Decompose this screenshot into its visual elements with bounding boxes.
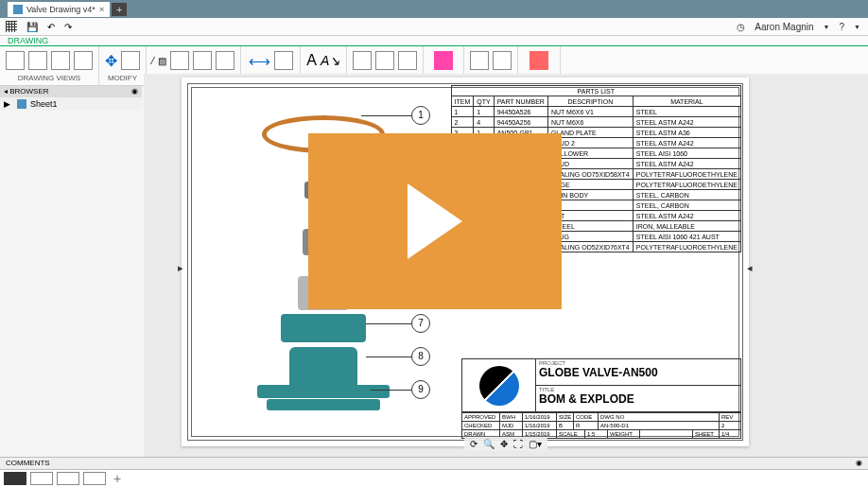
redo-icon[interactable]: ↷ [64, 22, 72, 32]
help-caret[interactable]: ▼ [854, 24, 860, 30]
image-icon[interactable] [434, 51, 453, 70]
group-label: DRAWING VIEWS [18, 74, 80, 82]
sheet-tab-2[interactable] [30, 472, 53, 485]
dimension-icon[interactable]: ⟷ [249, 52, 270, 70]
tb-size-lab: SIZE [557, 413, 574, 421]
group-modify: ✥ MODIFY [99, 46, 147, 86]
tb-dwg: AN-500-D1 [599, 422, 720, 429]
tab-title: Valve Drawing v4* [26, 5, 95, 14]
help-icon[interactable]: ? [840, 22, 845, 32]
display-icon[interactable]: ▢▾ [529, 439, 542, 449]
tb-checked-date: 1/16/2019 [523, 422, 557, 429]
ribbon-tab-drawing[interactable]: DRAWING [0, 36, 868, 46]
close-icon[interactable]: × [99, 5, 104, 14]
parts-list-title: PARTS LIST [451, 86, 740, 96]
leader-7 [366, 323, 411, 324]
sheet-tab-4[interactable] [83, 472, 106, 485]
tb-code-lab: CODE [574, 413, 599, 421]
browser-title: BROWSER [9, 87, 48, 96]
output-icon[interactable] [529, 51, 548, 70]
title-block[interactable]: PROJECTGLOBE VALVE-AN500 TITLEBOM & EXPL… [461, 358, 741, 439]
sheet-icon [17, 99, 26, 109]
dim2-icon[interactable] [274, 51, 293, 70]
orbit-icon[interactable]: ⟳ [470, 439, 477, 449]
surface-icon[interactable] [353, 51, 372, 70]
base-view-icon[interactable] [6, 51, 25, 70]
quick-access-toolbar: 💾 ↶ ↷ ◷ Aaron Magnin ▼ ? ▼ [0, 18, 868, 36]
leader-text-icon[interactable]: A↘ [321, 53, 340, 68]
clock-icon[interactable]: ◷ [737, 22, 745, 32]
play-icon [408, 183, 462, 259]
table-icon[interactable] [470, 51, 489, 70]
add-tab-button[interactable]: + [112, 3, 127, 16]
fcf-icon[interactable] [398, 51, 417, 70]
expand-icon[interactable]: ▶ [4, 99, 10, 109]
hatch-icon[interactable]: ▨ [158, 56, 166, 66]
text-icon[interactable]: A [306, 52, 317, 69]
save-icon[interactable]: 💾 [26, 22, 38, 32]
user-menu-caret[interactable]: ▼ [824, 24, 830, 30]
tb-size: B [557, 422, 574, 429]
browser-header[interactable]: ◂ BROWSER ◉ [0, 86, 142, 97]
sheet-label: Sheet1 [30, 99, 58, 109]
company-logo-icon [479, 366, 519, 406]
tb-checked-lab: CHECKED [462, 422, 500, 429]
browser-item-sheet1[interactable]: ▶ Sheet1 [0, 97, 142, 111]
grid-icon[interactable] [6, 21, 17, 32]
zoom-icon[interactable]: 🔍 [483, 439, 495, 449]
tb-sheet: 1/4 [720, 430, 740, 438]
comments-collapse-icon[interactable]: ◉ [856, 459, 862, 468]
balloon-1[interactable]: 1 [411, 106, 430, 125]
center-tick-right: ◂ [747, 262, 753, 274]
user-name[interactable]: Aaron Magnin [755, 22, 813, 32]
detail-view-icon[interactable] [74, 51, 93, 70]
browser-settings-icon[interactable]: ◉ [131, 87, 138, 96]
parts-list-header: ITEM [451, 96, 474, 107]
logo-box [462, 359, 536, 411]
table-row[interactable]: 2494450A256NUT M6X6STEEL ASTM A242 [451, 117, 740, 128]
undo-icon[interactable]: ↶ [47, 22, 55, 32]
tb-scale-lab: SCALE [557, 430, 585, 438]
projected-view-icon[interactable] [28, 51, 47, 70]
section-view-icon[interactable] [51, 51, 70, 70]
datum-icon[interactable] [375, 51, 394, 70]
doc-icon [13, 5, 23, 14]
center-icon[interactable] [170, 51, 189, 70]
comments-label: COMMENTS [6, 459, 50, 468]
group-drawing-views: DRAWING VIEWS [0, 46, 99, 86]
balloon-8[interactable]: 8 [411, 347, 430, 366]
group-label: MODIFY [108, 74, 137, 82]
view-navigation: ⟳ 🔍 ✥ ⛶ ▢▾ [464, 437, 547, 451]
fit-icon[interactable]: ⛶ [513, 439, 523, 449]
parts-list-header: PART NUMBER [494, 96, 547, 107]
tb-weight-lab: WEIGHT [608, 430, 640, 438]
move-icon[interactable]: ✥ [105, 52, 117, 70]
center-tick-left: ▸ [178, 262, 183, 274]
sheet-tab-3[interactable] [57, 472, 79, 485]
rotate-icon[interactable] [121, 51, 140, 70]
part-flange-top [257, 385, 390, 398]
line-icon[interactable]: ∕ [152, 56, 154, 66]
tb-code: R [574, 422, 599, 429]
tb-scale: 1:5 [585, 430, 608, 438]
pan-icon[interactable]: ✥ [500, 439, 508, 449]
sheet-tab-1[interactable] [4, 472, 26, 485]
tb-approved-date: 1/16/2019 [523, 413, 557, 421]
part-lid [281, 314, 366, 342]
tb-checked-by: MJD [500, 422, 523, 429]
balloon-9[interactable]: 9 [411, 380, 430, 399]
balloon-icon[interactable] [493, 51, 512, 70]
leader-9 [371, 390, 411, 391]
balloon-7[interactable]: 7 [411, 314, 430, 333]
add-sheet-button[interactable]: + [110, 471, 125, 486]
part-main-body [289, 347, 357, 385]
comments-bar[interactable]: COMMENTS ◉ [0, 457, 868, 470]
tb-title: BOM & EXPLODE [539, 392, 738, 406]
table-row[interactable]: 1194450A526NUT M6X6 V1STEEL [451, 107, 740, 117]
video-play-overlay[interactable] [308, 133, 562, 309]
parts-list-header: DESCRIPTION [547, 96, 633, 107]
geom-icon[interactable] [216, 51, 234, 70]
edge-icon[interactable] [193, 51, 212, 70]
document-tab[interactable]: Valve Drawing v4* × [8, 2, 110, 17]
tb-approved-by: BWH [500, 413, 523, 421]
